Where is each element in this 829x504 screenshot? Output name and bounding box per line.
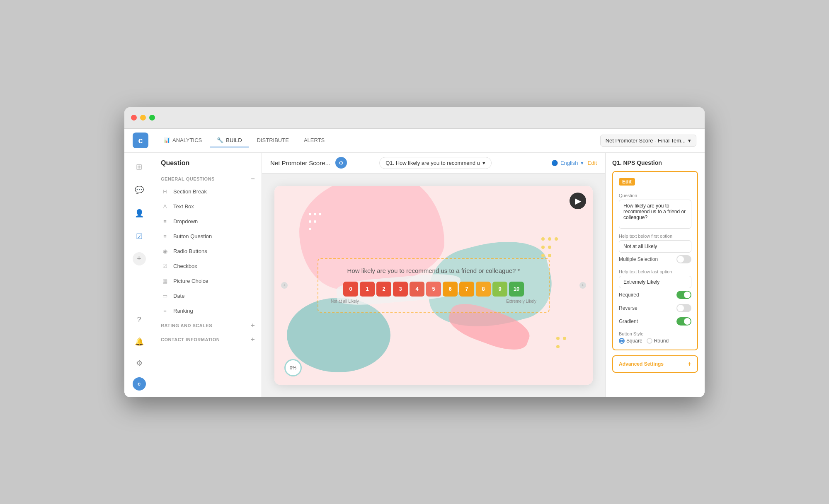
- tab-analytics[interactable]: 📊 ANALYTICS: [157, 134, 208, 147]
- square-option[interactable]: Square: [619, 338, 642, 344]
- nps-question-text: How likely are you to recommend us to a …: [331, 267, 536, 274]
- help-last-input[interactable]: [619, 276, 691, 288]
- button-style-row: Square Round: [619, 338, 691, 344]
- help-first-label: Help text below first option: [619, 234, 691, 239]
- list-item-date[interactable]: ▭ Date: [154, 289, 262, 304]
- analytics-icon: 📊: [163, 137, 170, 143]
- date-icon: ▭: [161, 292, 169, 300]
- close-button[interactable]: [131, 115, 137, 121]
- nps-btn-5[interactable]: 5: [426, 282, 441, 297]
- reverse-row: Reverse: [619, 301, 691, 315]
- sidebar-user-icon[interactable]: 👤: [132, 206, 147, 221]
- collapse-general-icon[interactable]: −: [251, 175, 255, 183]
- list-item-picture-choice[interactable]: ▦ Picture Choice: [154, 274, 262, 289]
- nps-btn-8[interactable]: 8: [476, 282, 491, 297]
- progress-circle: 0%: [284, 359, 302, 376]
- minimize-button[interactable]: [140, 115, 146, 121]
- checkbox-icon: ☑: [161, 262, 169, 270]
- gradient-label: Gradient: [619, 318, 638, 324]
- help-first-input[interactable]: [619, 240, 691, 253]
- general-questions-section: GENERAL QUESTIONS −: [154, 172, 262, 184]
- next-button[interactable]: ▶: [570, 193, 586, 209]
- rating-scales-section[interactable]: RATING AND SCALES +: [154, 318, 262, 333]
- nps-question-box: How likely are you to recommend us to a …: [318, 258, 550, 313]
- nav-tabs: 📊 ANALYTICS 🔧 BUILD DISTRIBUTE ALERTS: [157, 134, 600, 147]
- sidebar-settings-icon[interactable]: ⚙: [132, 356, 147, 371]
- nps-btn-1[interactable]: 1: [360, 282, 375, 297]
- nps-btn-7[interactable]: 7: [459, 282, 474, 297]
- square-radio[interactable]: [619, 338, 625, 344]
- tab-alerts[interactable]: ALERTS: [297, 134, 331, 147]
- titlebar: [124, 107, 705, 129]
- gradient-row: Gradient: [619, 315, 691, 328]
- right-panel: Q1. NPS Question Edit Question How likel…: [605, 153, 705, 397]
- list-item-radio-buttons[interactable]: ◉ Radio Buttons: [154, 244, 262, 259]
- lang-chevron-icon: ▾: [581, 160, 584, 166]
- language-flag-icon: 🔵: [551, 160, 558, 166]
- logo[interactable]: c: [133, 133, 148, 148]
- list-item-section-break[interactable]: H Section Break: [154, 184, 262, 199]
- settings-gear-button[interactable]: ⚙: [335, 157, 347, 169]
- help-last-label: Help text below last option: [619, 269, 691, 274]
- sidebar-grid-icon[interactable]: ⊞: [132, 159, 147, 174]
- app-window: c 📊 ANALYTICS 🔧 BUILD DISTRIBUTE ALERTS: [124, 107, 705, 397]
- question-panel: Question GENERAL QUESTIONS − H Section B…: [154, 153, 262, 397]
- nps-btn-2[interactable]: 2: [376, 282, 391, 297]
- sidebar-bell-icon[interactable]: 🔔: [132, 334, 147, 349]
- multiple-selection-toggle[interactable]: [676, 255, 691, 263]
- sidebar-help-icon[interactable]: ?: [132, 313, 147, 328]
- sidebar-chat-icon[interactable]: 💬: [132, 183, 147, 198]
- add-contact-icon[interactable]: +: [251, 336, 255, 343]
- list-item-button-question[interactable]: ≡ Button Question: [154, 229, 262, 244]
- contact-information-section[interactable]: CONTACT INFORMATION +: [154, 333, 262, 347]
- gradient-toggle[interactable]: [676, 317, 691, 326]
- nps-btn-0[interactable]: 0: [343, 282, 358, 297]
- edit-link[interactable]: Edit: [588, 160, 597, 166]
- advanced-settings-plus-icon[interactable]: +: [688, 360, 691, 368]
- button-question-icon: ≡: [161, 232, 169, 241]
- selector-chevron-icon: ▾: [482, 160, 485, 166]
- sidebar-tasks-icon[interactable]: ☑: [132, 229, 147, 244]
- question-field-label: Question: [619, 193, 691, 198]
- advanced-settings-box[interactable]: Advanced Settings +: [612, 355, 698, 373]
- nps-question-area: How likely are you to recommend us to a …: [274, 186, 593, 385]
- language-selector[interactable]: 🔵 English ▾: [551, 160, 584, 166]
- progress-indicator: 0%: [284, 359, 302, 376]
- nps-btn-3[interactable]: 3: [393, 282, 408, 297]
- list-item-checkbox[interactable]: ☑ Checkbox: [154, 259, 262, 274]
- radio-buttons-icon: ◉: [161, 247, 169, 256]
- nps-btn-4[interactable]: 4: [410, 282, 424, 297]
- question-textarea[interactable]: How likely are you to recommend us to a …: [619, 200, 691, 229]
- sidebar-add-button[interactable]: +: [133, 252, 146, 265]
- panel-title: Question: [154, 159, 262, 172]
- list-item-text-box[interactable]: A Text Box: [154, 199, 262, 214]
- edit-header: Edit: [619, 178, 635, 186]
- add-rating-icon[interactable]: +: [251, 322, 255, 329]
- center-content: Net Promoter Score... ⚙ Q1. How likely a…: [262, 153, 605, 397]
- sidebar-bottom: ? 🔔 ⚙ c: [132, 313, 147, 391]
- avatar[interactable]: c: [133, 377, 146, 391]
- question-selector-dropdown[interactable]: Q1. How likely are you to recommend u ▾: [379, 157, 492, 169]
- app-body: c 📊 ANALYTICS 🔧 BUILD DISTRIBUTE ALERTS: [124, 129, 705, 397]
- tab-distribute[interactable]: DISTRIBUTE: [250, 134, 296, 147]
- maximize-button[interactable]: [149, 115, 155, 121]
- reverse-toggle[interactable]: [676, 304, 691, 312]
- nps-btn-9[interactable]: 9: [492, 282, 507, 297]
- traffic-lights: [131, 115, 155, 121]
- canvas-area: ‹: [262, 174, 605, 397]
- round-radio[interactable]: [647, 338, 652, 344]
- required-toggle[interactable]: [676, 291, 691, 299]
- section-break-icon: H: [161, 188, 169, 196]
- list-item-ranking[interactable]: ≡ Ranking: [154, 304, 262, 318]
- dropdown-chevron-icon: ▾: [688, 137, 691, 144]
- survey-title-dropdown[interactable]: Net Promoter Score - Final Tem... ▾: [600, 135, 696, 147]
- required-label: Required: [619, 292, 639, 298]
- nps-btn-6[interactable]: 6: [443, 282, 458, 297]
- main-area: ⊞ 💬 👤 ☑ + ? 🔔 ⚙ c Question GENERAL QUEST…: [124, 153, 705, 397]
- round-option[interactable]: Round: [647, 338, 669, 344]
- nps-btn-10[interactable]: 10: [509, 282, 524, 297]
- list-item-dropdown[interactable]: ≡ Dropdown: [154, 214, 262, 229]
- multiple-selection-label: Multiple Selection: [619, 256, 658, 262]
- tab-build[interactable]: 🔧 BUILD: [210, 134, 248, 147]
- center-toolbar: Net Promoter Score... ⚙ Q1. How likely a…: [262, 153, 605, 174]
